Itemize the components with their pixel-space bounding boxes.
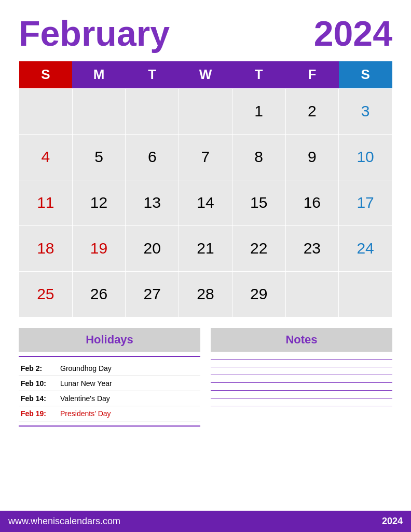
notes-line-3 (211, 375, 392, 375)
holiday-name: Lunar New Year (60, 379, 112, 388)
day-cell: 7 (179, 134, 232, 180)
list-item: Feb 2: Groundhog Day (19, 361, 200, 376)
day-cell: 5 (72, 134, 126, 180)
year-title: 2024 (314, 16, 392, 51)
notes-line-5 (211, 390, 392, 391)
bottom-section: Holidays Feb 2: Groundhog Day Feb 10: Lu… (19, 328, 392, 511)
month-title: February (19, 16, 170, 51)
day-cell: 19 (72, 225, 126, 271)
footer: www.wheniscalendars.com 2024 (0, 511, 411, 532)
holiday-date: Feb 10: (21, 379, 52, 388)
day-cell (72, 88, 126, 134)
day-cell: 22 (232, 225, 285, 271)
notes-header: Notes (211, 328, 392, 352)
day-cell: 9 (285, 134, 339, 180)
day-cell: 15 (232, 180, 285, 225)
calendar-wrapper: S M T W T F S 1 2 3 (19, 61, 392, 317)
list-item: Feb 19: Presidents' Day (19, 406, 200, 421)
holiday-date: Feb 14: (21, 394, 52, 403)
day-cell: 23 (285, 225, 339, 271)
day-cell: 6 (126, 134, 179, 180)
table-row: 4 5 6 7 8 9 10 (19, 134, 392, 180)
notes-line-7 (211, 406, 392, 406)
notes-line-6 (211, 398, 392, 398)
calendar-body: 1 2 3 4 5 6 7 8 9 10 11 12 (19, 88, 392, 317)
holiday-name: Presidents' Day (60, 409, 111, 418)
notes-line-4 (211, 382, 392, 383)
footer-url: www.wheniscalendars.com (8, 516, 120, 527)
day-cell: 13 (126, 180, 179, 225)
col-header-wed: W (179, 61, 232, 88)
day-cell: 10 (339, 134, 392, 180)
day-cell: 20 (126, 225, 179, 271)
table-row: 11 12 13 14 15 16 17 (19, 180, 392, 225)
col-header-fri: F (285, 61, 339, 88)
day-cell (126, 88, 179, 134)
col-header-sun: S (19, 61, 73, 88)
col-header-tue: T (126, 61, 179, 88)
col-header-mon: M (72, 61, 126, 88)
holiday-date: Feb 2: (21, 364, 52, 373)
day-cell (179, 88, 232, 134)
day-cell: 14 (179, 180, 232, 225)
holiday-name: Groundhog Day (60, 364, 112, 373)
table-row: 1 2 3 (19, 88, 392, 134)
day-cell: 27 (126, 271, 179, 317)
holiday-date: Feb 19: (21, 409, 52, 418)
holidays-divider (19, 356, 200, 357)
notes-box: Notes (211, 328, 392, 511)
calendar-header: February 2024 (19, 16, 392, 51)
notes-line-2 (211, 367, 392, 367)
day-cell: 2 (285, 88, 339, 134)
holiday-name: Valentine's Day (60, 394, 110, 403)
day-cell: 18 (19, 225, 73, 271)
day-cell: 26 (72, 271, 126, 317)
day-cell: 11 (19, 180, 73, 225)
holidays-bottom-divider (19, 425, 200, 427)
col-header-thu: T (232, 61, 285, 88)
day-cell: 16 (285, 180, 339, 225)
table-row: 25 26 27 28 29 (19, 271, 392, 317)
day-cell: 28 (179, 271, 232, 317)
day-cell: 1 (232, 88, 285, 134)
day-cell (19, 88, 73, 134)
notes-line-1 (211, 359, 392, 360)
day-cell: 4 (19, 134, 73, 180)
holidays-box: Holidays Feb 2: Groundhog Day Feb 10: Lu… (19, 328, 200, 511)
page: February 2024 S M T W T F S (0, 0, 411, 532)
col-header-sat: S (339, 61, 392, 88)
day-cell: 21 (179, 225, 232, 271)
day-cell: 17 (339, 180, 392, 225)
footer-year: 2024 (382, 516, 403, 527)
day-cell: 24 (339, 225, 392, 271)
day-cell (339, 271, 392, 317)
day-cell: 8 (232, 134, 285, 180)
day-cell (285, 271, 339, 317)
list-item: Feb 14: Valentine's Day (19, 391, 200, 406)
day-cell: 3 (339, 88, 392, 134)
calendar-grid: S M T W T F S 1 2 3 (19, 61, 392, 317)
calendar-header-row: S M T W T F S (19, 61, 392, 88)
list-item: Feb 10: Lunar New Year (19, 376, 200, 391)
holidays-header: Holidays (19, 328, 200, 352)
table-row: 18 19 20 21 22 23 24 (19, 225, 392, 271)
day-cell: 25 (19, 271, 73, 317)
day-cell: 12 (72, 180, 126, 225)
day-cell: 29 (232, 271, 285, 317)
